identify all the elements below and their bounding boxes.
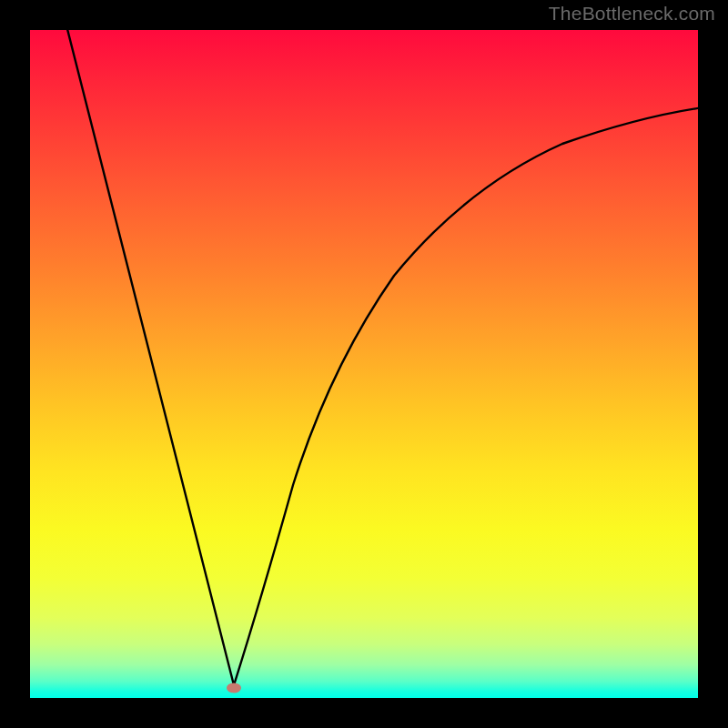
curve-right-branch: [234, 107, 698, 685]
curve-left-branch: [66, 30, 234, 685]
watermark-text: TheBottleneck.com: [549, 3, 715, 25]
chart-frame: TheBottleneck.com: [0, 0, 728, 728]
optimum-marker: [227, 683, 241, 693]
bottleneck-curve: [30, 30, 698, 698]
plot-area: [30, 30, 698, 698]
